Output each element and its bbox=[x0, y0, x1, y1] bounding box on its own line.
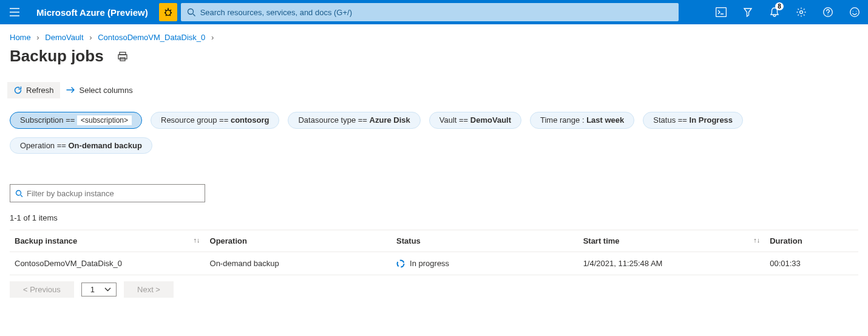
instance-filter[interactable] bbox=[10, 184, 205, 202]
filter-status[interactable]: Status == In Progress bbox=[643, 112, 743, 129]
next-page-button[interactable]: Next > bbox=[124, 281, 174, 298]
chevron-right-icon: › bbox=[211, 33, 214, 42]
svg-point-11 bbox=[16, 190, 21, 195]
cell-status: In progress bbox=[392, 252, 578, 275]
notifications-icon[interactable]: 8 bbox=[761, 0, 788, 24]
col-start-time[interactable]: Start time↑↓ bbox=[578, 230, 765, 252]
svg-point-1 bbox=[188, 9, 193, 15]
sort-icon: ↑↓ bbox=[753, 236, 760, 244]
topbar-right: 8 bbox=[708, 0, 868, 24]
svg-point-6 bbox=[853, 11, 853, 12]
arrow-right-icon bbox=[66, 86, 76, 94]
filter-operation[interactable]: Operation == On-demand backup bbox=[10, 137, 152, 154]
filter-vault[interactable]: Vault == DemoVault bbox=[429, 112, 521, 129]
sort-icon: ↑↓ bbox=[194, 236, 200, 244]
page-select[interactable]: 1 bbox=[81, 283, 117, 297]
filter-subscription[interactable]: Subscription == <subscription> bbox=[10, 112, 142, 129]
svg-point-7 bbox=[856, 11, 856, 12]
col-operation[interactable]: Operation bbox=[205, 230, 392, 252]
feedback-icon[interactable] bbox=[841, 0, 868, 24]
search-icon bbox=[187, 8, 195, 16]
help-icon[interactable] bbox=[815, 0, 841, 24]
col-status[interactable]: Status bbox=[392, 230, 578, 252]
filter-time-range[interactable]: Time range : Last week bbox=[530, 112, 634, 129]
global-search[interactable] bbox=[181, 3, 679, 21]
cell-operation: On-demand backup bbox=[205, 252, 392, 275]
filter-pills: Subscription == <subscription> Resource … bbox=[0, 103, 868, 154]
chevron-down-icon bbox=[104, 287, 111, 292]
brand-label[interactable]: Microsoft Azure (Preview) bbox=[29, 7, 155, 18]
breadcrumb-resource[interactable]: ContosoDemoVM_DataDisk_0 bbox=[98, 33, 205, 42]
top-bar: Microsoft Azure (Preview) 8 bbox=[0, 0, 868, 24]
cell-start-time: 1/4/2021, 11:25:48 AM bbox=[578, 252, 765, 275]
notification-badge: 8 bbox=[775, 2, 784, 10]
svg-point-12 bbox=[398, 260, 404, 267]
instance-filter-input[interactable] bbox=[27, 189, 200, 198]
svg-rect-9 bbox=[118, 55, 127, 59]
prev-page-button[interactable]: < Previous bbox=[10, 281, 74, 298]
jobs-table: Backup instance↑↓ Operation Status Start… bbox=[10, 230, 858, 275]
refresh-icon bbox=[13, 86, 22, 95]
bug-icon[interactable] bbox=[159, 3, 177, 21]
pagination: < Previous 1 Next > bbox=[10, 275, 858, 310]
results-count: 1-1 of 1 items bbox=[10, 213, 858, 222]
chevron-right-icon: › bbox=[89, 33, 92, 42]
select-columns-label: Select columns bbox=[80, 86, 133, 95]
col-duration[interactable]: Duration bbox=[765, 230, 858, 252]
filter-resource-group[interactable]: Resource group == contosorg bbox=[151, 112, 279, 129]
svg-point-3 bbox=[800, 11, 803, 14]
cloud-shell-icon[interactable] bbox=[708, 0, 734, 24]
hamburger-icon[interactable] bbox=[0, 0, 29, 24]
breadcrumb-vault[interactable]: DemoVault bbox=[45, 33, 83, 42]
cell-duration: 00:01:33 bbox=[765, 252, 858, 275]
filter-icon[interactable] bbox=[734, 0, 761, 24]
cell-instance: ContosoDemoVM_DataDisk_0 bbox=[10, 252, 205, 275]
command-bar: Refresh Select columns bbox=[0, 77, 868, 103]
breadcrumb: Home › DemoVault › ContosoDemoVM_DataDis… bbox=[0, 24, 868, 47]
search-icon bbox=[15, 190, 23, 197]
print-icon[interactable] bbox=[117, 51, 128, 62]
settings-icon[interactable] bbox=[788, 0, 815, 24]
select-columns-button[interactable]: Select columns bbox=[60, 82, 139, 98]
title-row: Backup jobs bbox=[0, 47, 868, 77]
svg-rect-2 bbox=[716, 8, 727, 17]
filter-datasource-type[interactable]: Datasource type == Azure Disk bbox=[288, 112, 420, 129]
table-row[interactable]: ContosoDemoVM_DataDisk_0 On-demand backu… bbox=[10, 252, 858, 275]
page-title: Backup jobs bbox=[10, 47, 104, 66]
svg-point-5 bbox=[850, 8, 860, 17]
refresh-label: Refresh bbox=[26, 86, 54, 95]
refresh-button[interactable]: Refresh bbox=[7, 82, 60, 98]
in-progress-icon bbox=[396, 259, 405, 268]
breadcrumb-home[interactable]: Home bbox=[10, 33, 31, 42]
global-search-input[interactable] bbox=[200, 8, 673, 17]
chevron-right-icon: › bbox=[36, 33, 39, 42]
col-backup-instance[interactable]: Backup instance↑↓ bbox=[10, 230, 205, 252]
